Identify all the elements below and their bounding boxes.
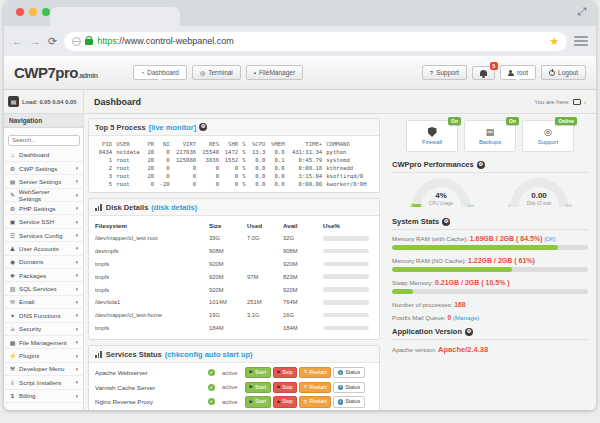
sidebar-item-label: Service SSH <box>19 218 54 225</box>
back-icon[interactable]: ← <box>12 36 23 47</box>
gear-icon[interactable]: ⚙ <box>199 123 207 131</box>
user-button[interactable]: root <box>500 65 536 80</box>
chevron-down-icon: ▾ <box>75 178 78 184</box>
question-icon: ? <box>430 70 433 76</box>
disk-details-link[interactable]: (disk details) <box>151 203 197 212</box>
usage-bar <box>323 313 369 318</box>
load-average-text: Load: 0.05 0.04 0.05 <box>22 99 76 105</box>
service-name: Varnish Cache Server <box>95 384 208 391</box>
sidebar-item[interactable]: $ Billing ▾ <box>4 390 83 403</box>
expand-icon[interactable]: ⤢ <box>577 5 586 18</box>
service-row: Apache Webserver ✔ active ▶Start ■Stop ↻… <box>95 365 373 380</box>
sidebar-item-icon: ⚙ <box>9 205 16 212</box>
sidebar-item[interactable]: ⌂ Dashboard <box>4 149 83 162</box>
gear-icon[interactable]: ⚙ <box>442 218 450 226</box>
usage-bar <box>323 249 369 254</box>
filesystem: tmpfs <box>95 261 209 267</box>
restart-button[interactable]: ↻Restart <box>299 396 331 407</box>
sidebar-item[interactable]: ✉ Email ▾ <box>4 296 83 309</box>
check-circle-icon: ✔ <box>208 384 215 391</box>
sidebar-item[interactable]: ☰ Services Config ▾ <box>4 229 83 242</box>
sidebar-item-label: Packages <box>19 272 46 279</box>
sidebar-item[interactable]: ✦ DNS Functions ▾ <box>4 309 83 322</box>
stop-button[interactable]: ■Stop <box>273 382 298 393</box>
logout-button[interactable]: Logout <box>541 65 586 80</box>
sidebar-item-label: Email <box>19 298 34 305</box>
stat-bar <box>392 267 588 272</box>
backups-box[interactable]: On ▤ Backups <box>464 120 516 152</box>
sidebar-item[interactable]: ✎ WebServer Settings ▾ <box>4 189 83 202</box>
nav-filemanager-button[interactable]: ▪FileManager <box>246 65 303 80</box>
bookmark-star-icon[interactable]: ★ <box>549 35 559 48</box>
sidebar-item-icon: ⚔ <box>9 325 16 332</box>
shield-icon <box>428 127 437 137</box>
disk-table-header: FilesystemSize UsedAvail Use% <box>95 219 373 232</box>
gauge-label: CPU Usage <box>412 201 470 206</box>
sidebar-item-icon: ⇩ <box>9 379 16 386</box>
sidebar-item[interactable]: ▦ File Management ▾ <box>4 336 83 349</box>
url-bar[interactable]: https://www.control-webpanel.com ★ <box>64 32 567 51</box>
stat-link[interactable]: [OK] <box>544 236 555 242</box>
nav-terminal-button[interactable]: ◎Terminal <box>192 65 241 80</box>
restart-button[interactable]: ↻Restart <box>299 367 331 378</box>
filesystem: tmpfs <box>95 325 209 331</box>
monitor-icon[interactable] <box>573 99 581 105</box>
sidebar-item[interactable]: ⚔ Security ▾ <box>4 323 83 336</box>
browser-tab[interactable] <box>50 7 180 26</box>
sidebar-item[interactable]: ⇩ Script Installers ▾ <box>4 376 83 389</box>
browser-menu-icon[interactable] <box>574 36 588 46</box>
browser-titlebar: ⤢ <box>4 0 596 26</box>
sidebar-item[interactable]: ◉ Domains ▾ <box>4 256 83 269</box>
sidebar-item[interactable]: ❖ Packages ▾ <box>4 269 83 282</box>
gear-icon[interactable]: ⚙ <box>477 161 485 169</box>
server-icon[interactable]: ▤ <box>8 96 19 107</box>
notifications-button[interactable]: 5 <box>472 66 495 80</box>
manage-link[interactable]: (Manage) <box>453 314 479 321</box>
service-state: active <box>219 399 245 405</box>
status-button[interactable]: iStatus <box>333 382 365 393</box>
sidebar-item[interactable]: ⚒ Developer Menu ▾ <box>4 363 83 376</box>
filesystem: /dev/sda1 <box>95 299 209 305</box>
disk-row: tmpfs 920M 97M 823M <box>95 270 373 283</box>
sidebar-item[interactable]: ▥ SQL Services ▾ <box>4 282 83 295</box>
process-row: 1root20 01250883836 1552S0.0 0.10:45.79s… <box>95 156 373 164</box>
sidebar-item[interactable]: ⚙ PHP Settings ▾ <box>4 202 83 215</box>
sidebar-item[interactable]: ♟ User Accounts ▾ <box>4 242 83 255</box>
cwp-header: CWP7pro.admin ◔Dashboard ◎Terminal ▪File… <box>4 56 596 90</box>
firewall-box[interactable]: On Firewall <box>406 120 458 152</box>
stop-button[interactable]: ■Stop <box>273 367 298 378</box>
minimize-window-icon[interactable] <box>29 8 37 16</box>
service-name: Nginx Reverse Proxy <box>95 398 208 405</box>
nav-dashboard-button[interactable]: ◔Dashboard <box>133 65 187 80</box>
filesystem: /dev/mapper/cl_test-root <box>95 235 209 241</box>
disk-used: 251M <box>247 299 283 305</box>
sidebar-item[interactable]: ⚡ Plugins ▾ <box>4 349 83 362</box>
stop-button[interactable]: ■Stop <box>273 396 298 407</box>
close-window-icon[interactable] <box>16 8 24 16</box>
forward-icon[interactable]: → <box>30 36 41 47</box>
start-button[interactable]: ▶Start <box>245 382 271 393</box>
subheader: ▤ Load: 0.05 0.04 0.05 Dashboard You are… <box>4 90 596 114</box>
performance-title: CWPpro Performances ⚙ <box>392 160 588 173</box>
chkconfig-link[interactable]: (chkconfig auto start up) <box>165 350 253 359</box>
sidebar-item-label: Domains <box>19 258 43 265</box>
live-monitor-link[interactable]: [live monitor] <box>149 123 197 132</box>
gear-icon[interactable]: ⚙ <box>465 328 473 336</box>
status-button[interactable]: iStatus <box>333 367 365 378</box>
support-box[interactable]: Online ◎ Support <box>522 120 574 152</box>
start-button[interactable]: ▶Start <box>245 367 271 378</box>
chevron-down-icon: ▾ <box>75 272 78 278</box>
chevron-down-icon: ▾ <box>75 353 78 359</box>
start-button[interactable]: ▶Start <box>245 396 271 407</box>
maximize-window-icon[interactable] <box>42 8 50 16</box>
search-input[interactable] <box>8 135 80 146</box>
chevron-down-icon: ▾ <box>75 259 78 265</box>
sidebar-item[interactable]: ▣ Service SSH ▾ <box>4 215 83 228</box>
reload-icon[interactable]: ⟳ <box>48 36 57 47</box>
status-button[interactable]: iStatus <box>333 396 365 407</box>
sidebar-item[interactable]: ⚙ CWP Settings ▾ <box>4 162 83 175</box>
sidebar-item[interactable]: ▤ Server Settings ▾ <box>4 175 83 188</box>
support-button[interactable]: ?Support <box>422 65 467 80</box>
restart-button[interactable]: ↻Restart <box>299 382 331 393</box>
chevron-down-icon: ▾ <box>75 219 78 225</box>
